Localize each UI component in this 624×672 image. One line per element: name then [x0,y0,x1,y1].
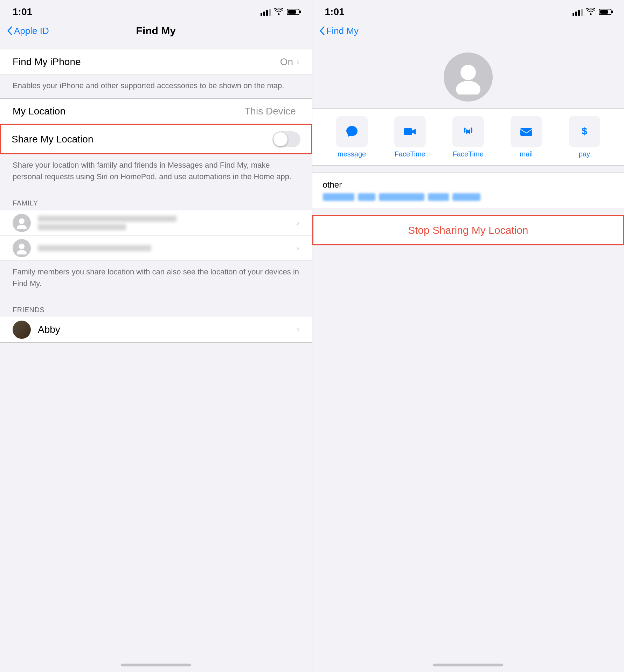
facetime-audio-icon [461,125,475,139]
wifi-icon-right [586,8,595,16]
back-label-right: Find My [326,26,359,36]
mail-action-label: mail [520,150,533,158]
back-label-left: Apple ID [14,26,49,36]
other-label: other [323,180,614,190]
share-location-section: Share My Location [0,124,312,154]
find-iphone-chevron: › [297,57,299,66]
nav-title-left: Find My [136,25,176,37]
family-section-header: FAMILY [0,189,312,210]
status-time-right: 1:01 [325,6,345,18]
message-action-label: message [338,150,366,158]
spacer-1 [0,42,312,49]
family-section: › › [0,210,312,261]
signal-icon-right [573,8,583,16]
mail-action-button[interactable]: mail [511,116,542,158]
pay-action-button[interactable]: $ pay [569,116,600,158]
pay-action-label: pay [579,150,590,158]
find-iphone-section: Find My iPhone On › [0,49,312,75]
share-location-desc: Share your location with family and frie… [0,154,312,189]
find-iphone-label: Find My iPhone [13,56,280,68]
battery-icon-left [287,9,299,15]
my-location-label: My Location [13,106,244,117]
facetime-video-action-button[interactable]: FaceTime [394,116,426,158]
facetime-audio-action-button[interactable]: FaceTime [452,116,484,158]
friend-1-chevron: › [297,325,299,334]
family-member-2-chevron: › [297,244,299,253]
family-member-2-name [38,245,290,251]
message-action-button[interactable]: message [336,116,368,158]
status-icons-right [573,8,611,16]
left-panel: 1:01 [0,0,312,672]
signal-icon-left [261,8,271,16]
family-member-1-chevron: › [297,218,299,227]
svg-text:$: $ [582,126,587,136]
family-member-2-row[interactable]: › [0,236,312,261]
friends-section: Abby › [0,317,312,343]
wifi-icon-left [274,8,283,16]
share-location-row[interactable]: Share My Location [1,125,311,153]
my-location-section: My Location This Device [0,98,312,124]
facetime-video-icon [403,125,417,139]
back-button-right[interactable]: Find My [319,26,359,36]
contact-avatar [444,52,493,102]
battery-icon-right [599,9,611,15]
mail-icon [519,125,533,139]
facetime-video-action-label: FaceTime [395,150,425,158]
right-panel: 1:01 [312,0,624,672]
status-time-left: 1:01 [13,6,32,18]
share-location-label: Share My Location [12,134,272,145]
friend-1-avatar [13,321,31,339]
profile-section [312,42,624,108]
message-icon-box [336,116,368,147]
find-iphone-row[interactable]: Find My iPhone On › [0,49,312,75]
svg-point-3 [17,250,27,254]
find-iphone-value: On [280,56,293,68]
home-indicator-left [121,664,191,666]
status-icons-left [261,8,299,16]
my-location-row: My Location This Device [0,99,312,124]
facetime-audio-action-label: FaceTime [453,150,484,158]
home-indicator-right [433,664,503,666]
other-section: other [312,173,624,208]
message-icon [345,125,359,139]
actions-row: message FaceTime FaceTime [312,108,624,166]
friend-1-row[interactable]: Abby › [0,317,312,342]
pay-icon: $ [577,125,591,139]
friend-1-name: Abby [38,324,290,335]
pay-icon-box: $ [569,116,600,147]
find-iphone-desc: Enables your iPhone and other supported … [0,75,312,98]
svg-point-4 [460,65,476,80]
mail-icon-box [511,116,542,147]
svg-point-2 [19,244,25,249]
status-bar-right: 1:01 [312,0,624,21]
status-bar-left: 1:01 [0,0,312,21]
back-button-left[interactable]: Apple ID [7,26,49,36]
svg-point-0 [19,218,25,224]
stop-sharing-section: Stop Sharing My Location [312,215,624,245]
svg-rect-6 [404,128,412,135]
family-desc: Family members you share location with c… [0,261,312,296]
family-member-1-row[interactable]: › [0,210,312,236]
svg-point-1 [17,225,27,229]
svg-point-7 [467,130,470,133]
stop-sharing-label: Stop Sharing My Location [408,224,528,236]
family-member-2-avatar [13,239,31,257]
friends-section-header: FRIENDS [0,296,312,317]
nav-bar-right: Find My [312,21,624,42]
family-member-1-avatar [13,214,31,232]
facetime-audio-icon-box [452,116,484,147]
stop-sharing-button[interactable]: Stop Sharing My Location [313,216,623,244]
share-location-toggle[interactable] [272,131,300,147]
my-location-value: This Device [244,106,296,117]
family-member-1-name [38,216,290,230]
other-blur-row [323,193,614,201]
svg-rect-8 [520,128,532,136]
svg-point-5 [456,81,480,94]
facetime-video-icon-box [394,116,426,147]
nav-bar-left: Apple ID Find My [0,21,312,42]
